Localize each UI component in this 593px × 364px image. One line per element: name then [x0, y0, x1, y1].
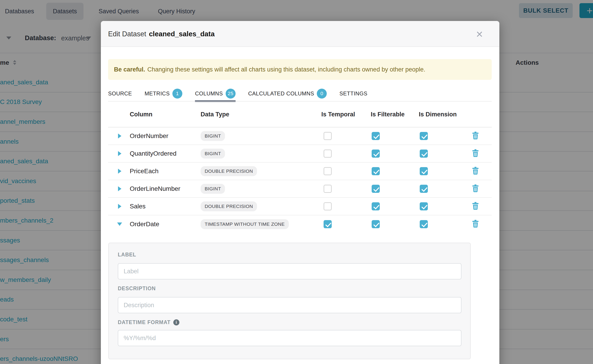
expand-caret-icon[interactable] [118, 151, 121, 156]
warning-text: Changing these settings will affect all … [147, 66, 425, 73]
description-input[interactable] [118, 297, 461, 313]
description-field-label: DESCRIPTION [118, 286, 156, 292]
data-type-badge: TIMESTAMP WITHOUT TIME ZONE [201, 219, 289, 229]
column-row-orderdate: OrderDateTIMESTAMP WITHOUT TIME ZONE [108, 215, 492, 233]
tab-count-badge: 25 [226, 89, 236, 98]
column-name: QuantityOrdered [130, 150, 177, 157]
tab-columns[interactable]: COLUMNS25 [195, 86, 236, 102]
column-row-orderlinenumber: OrderLineNumberBIGINT [108, 180, 492, 198]
is-temporal-checkbox[interactable] [323, 185, 332, 193]
info-icon[interactable]: i [173, 319, 179, 325]
column-name: Sales [130, 203, 145, 210]
tab-metrics[interactable]: METRICS1 [145, 86, 183, 102]
warning-bold-text: Be careful. [114, 66, 145, 73]
column-header-is-filterable: Is Filterable [371, 111, 405, 118]
is-filterable-checkbox[interactable] [372, 185, 380, 193]
is-dimension-checkbox[interactable] [420, 132, 428, 140]
is-filterable-checkbox[interactable] [372, 167, 380, 175]
tab-calculated-columns[interactable]: CALCULATED COLUMNS0 [248, 86, 327, 102]
is-filterable-checkbox[interactable] [372, 220, 380, 228]
is-dimension-checkbox[interactable] [420, 150, 428, 158]
data-type-badge: BIGINT [201, 184, 225, 194]
is-dimension-checkbox[interactable] [420, 167, 428, 175]
tab-label: METRICS [145, 91, 170, 97]
columns-table-body: OrderNumberBIGINTQuantityOrderedBIGINTPr… [108, 127, 492, 233]
is-temporal-checkbox[interactable] [323, 220, 332, 228]
delete-column-icon[interactable] [472, 220, 479, 229]
tab-label: CALCULATED COLUMNS [248, 91, 314, 97]
modal-title-dataset-name: cleaned_sales_data [149, 30, 215, 38]
tab-label: COLUMNS [195, 91, 223, 97]
column-row-sales: SalesDOUBLE PRECISION [108, 198, 492, 215]
data-type-badge: DOUBLE PRECISION [201, 166, 257, 176]
is-filterable-checkbox[interactable] [372, 150, 380, 158]
close-icon[interactable]: × [472, 27, 487, 41]
is-filterable-checkbox[interactable] [372, 132, 380, 140]
is-dimension-checkbox[interactable] [420, 220, 428, 228]
tab-count-badge: 1 [172, 89, 182, 98]
is-dimension-checkbox[interactable] [420, 202, 428, 210]
column-name: PriceEach [130, 168, 159, 175]
expand-caret-icon[interactable] [118, 204, 121, 209]
column-header-is-dimension: Is Dimension [419, 111, 457, 118]
tab-label: SOURCE [108, 91, 132, 97]
edit-dataset-modal: Edit Dataset cleaned_sales_data × Be car… [101, 21, 499, 364]
warning-banner: Be careful. Changing these settings will… [108, 59, 492, 80]
data-type-badge: DOUBLE PRECISION [201, 202, 257, 211]
delete-column-icon[interactable] [472, 167, 479, 176]
is-temporal-checkbox[interactable] [323, 132, 332, 140]
data-type-badge: BIGINT [201, 149, 225, 159]
data-type-badge: BIGINT [201, 131, 225, 141]
is-dimension-checkbox[interactable] [420, 185, 428, 193]
tab-settings[interactable]: SETTINGS [339, 86, 367, 102]
column-header-is-temporal: Is Temporal [321, 111, 355, 118]
expand-caret-icon[interactable] [118, 186, 121, 191]
is-temporal-checkbox[interactable] [323, 202, 332, 210]
column-header-column: Column [130, 111, 152, 118]
delete-column-icon[interactable] [472, 149, 479, 158]
expand-caret-icon[interactable] [118, 169, 121, 174]
tab-count-badge: 0 [317, 89, 327, 98]
column-header-data-type: Data Type [201, 111, 229, 118]
column-row-priceeach: PriceEachDOUBLE PRECISION [108, 162, 492, 180]
expand-caret-icon[interactable] [118, 134, 121, 138]
tab-source[interactable]: SOURCE [108, 86, 132, 102]
modal-header: Edit Dataset cleaned_sales_data × [101, 21, 499, 47]
modal-title: Edit Dataset cleaned_sales_data [108, 21, 215, 47]
column-detail-panel: LABEL DESCRIPTION DATETIME FORMAT i [108, 243, 471, 359]
columns-table-header: ColumnData TypeIs TemporalIs FilterableI… [108, 102, 492, 127]
column-name: OrderNumber [130, 132, 168, 140]
is-filterable-checkbox[interactable] [372, 202, 380, 210]
is-temporal-checkbox[interactable] [323, 150, 332, 158]
column-name: OrderDate [130, 221, 159, 228]
column-name: OrderLineNumber [130, 185, 180, 192]
datetime-format-input[interactable] [118, 330, 461, 346]
modal-title-prefix: Edit Dataset [108, 30, 146, 38]
datasets-page: Databases Datasets Saved Queries Query H… [0, 0, 593, 364]
is-temporal-checkbox[interactable] [323, 167, 332, 175]
collapse-caret-icon[interactable] [117, 223, 122, 226]
modal-tabs: SOURCEMETRICS1COLUMNS25CALCULATED COLUMN… [108, 86, 367, 102]
tab-label: SETTINGS [339, 91, 367, 97]
column-row-quantityordered: QuantityOrderedBIGINT [108, 145, 492, 162]
delete-column-icon[interactable] [472, 202, 479, 211]
datetime-format-field-label: DATETIME FORMAT i [118, 319, 179, 325]
delete-column-icon[interactable] [472, 132, 479, 141]
label-input[interactable] [118, 263, 461, 280]
delete-column-icon[interactable] [472, 184, 479, 193]
column-row-ordernumber: OrderNumberBIGINT [108, 127, 492, 145]
label-field-label: LABEL [118, 252, 136, 258]
